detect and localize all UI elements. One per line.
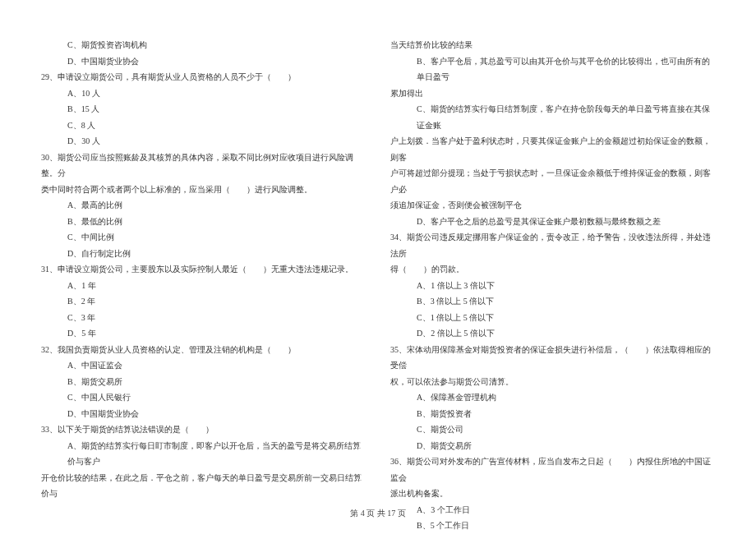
option: D、30 人 — [41, 133, 366, 150]
question-31: 31、申请设立期货公司，主要股东以及实际控制人最近（ ）无重大违法违规记录。 — [41, 261, 366, 278]
option-b-33: B、客户平仓后，其总盈亏可以由其开仓价与其平仓价的比较得出，也可由所有的单日盈亏 — [390, 53, 715, 85]
option: B、期货投资者 — [390, 406, 715, 422]
option: A、1 倍以上 3 倍以下 — [390, 278, 715, 294]
option: A、10 人 — [41, 85, 366, 102]
question-34-cont: 得（ ）的罚款。 — [390, 261, 715, 278]
question-32: 32、我国负责期货从业人员资格的认定、管理及注销的机构是（ ） — [41, 342, 366, 358]
option: C、1 倍以上 5 倍以下 — [390, 310, 715, 326]
option: B、期货交易所 — [41, 374, 366, 390]
question-30-cont: 类中同时符合两个或者两个以上标准的，应当采用（ ）进行风险调整。 — [41, 182, 366, 198]
option: D、自行制定比例 — [41, 246, 366, 262]
option-cont: 户上划拨．当客户处于盈利状态时，只要其保证金账户上的金额超过初始保证金的数额，则… — [390, 133, 715, 165]
option: D、中国期货业协会 — [41, 406, 366, 422]
left-column: C、期货投资咨询机构 D、中国期货业协会 29、申请设立期货公司，具有期货从业人… — [41, 37, 366, 497]
option-cont: 累加得出 — [390, 85, 715, 102]
question-30: 30、期货公司应当按照账龄及其核算的具体内容，采取不同比例对应收项目进行风险调整… — [41, 150, 366, 182]
option: B、最低的比例 — [41, 214, 366, 230]
option-a-33-cont: 开仓价比较的结果，在此之后．平仓之前，客户每天的单日盈亏是交易所前一交易日结算价… — [41, 470, 366, 502]
option: A、中国证监会 — [41, 357, 366, 374]
option: C、中间比例 — [41, 229, 366, 246]
option: B、3 倍以上 5 倍以下 — [390, 293, 715, 310]
option: A、保障基金管理机构 — [390, 389, 715, 406]
option: C、中国人民银行 — [41, 389, 366, 406]
option: D、2 倍以上 5 倍以下 — [390, 325, 715, 342]
question-35: 35、宋体动用保障基金对期货投资者的保证金损失进行补偿后，（ ）依法取得相应的受… — [390, 342, 715, 374]
option: C、期货投资咨询机构 — [41, 37, 366, 53]
option: A、最高的比例 — [41, 197, 366, 214]
question-36: 36、期货公司对外发布的广告宣传材料，应当自发布之日起（ ）内报住所地的中国证监… — [390, 453, 715, 486]
option-c-33: C、期货的结算实行每日结算制度，客户在持仓阶段每天的单日盈亏将直接在其保证金账 — [390, 101, 715, 133]
option: B、15 人 — [41, 101, 366, 117]
question-29: 29、申请设立期货公司，具有期货从业人员资格的人员不少于（ ） — [41, 69, 366, 85]
option: C、期货公司 — [390, 421, 715, 438]
question-33: 33、以下关于期货的结算说法错误的是（ ） — [41, 421, 366, 438]
option: B、2 年 — [41, 293, 366, 310]
option-d-33: D、客户平仓之后的总盈亏是其保证金账户最初数额与最终数额之差 — [390, 214, 715, 230]
page-content: C、期货投资咨询机构 D、中国期货业协会 29、申请设立期货公司，具有期货从业人… — [41, 37, 715, 497]
option-cont: 户可将超过部分提现；当处于亏损状态时，一旦保证金余额低于维持保证金的数额，则客户… — [390, 165, 715, 197]
question-34: 34、期货公司违反规定挪用客户保证金的，责令改正，给予警告，没收违法所得，并处违… — [390, 229, 715, 261]
option: A、1 年 — [41, 278, 366, 294]
option-a-33: A、期货的结算实行每日盯市制度，即客户以开仓后，当天的盈亏是将交易所结算价与客户 — [41, 438, 366, 470]
page-footer: 第 4 页 共 17 页 — [0, 508, 756, 519]
option: B、5 个工作日 — [390, 518, 715, 534]
question-35-cont: 权，可以依法参与期货公司清算。 — [390, 374, 715, 390]
option: C、3 年 — [41, 310, 366, 326]
right-column: 当天结算价比较的结果 B、客户平仓后，其总盈亏可以由其开仓价与其平仓价的比较得出… — [390, 37, 715, 497]
option: D、期货交易所 — [390, 438, 715, 454]
option: D、中国期货业协会 — [41, 53, 366, 70]
option: C、8 人 — [41, 117, 366, 134]
question-36-cont: 派出机构备案。 — [390, 486, 715, 502]
option: D、5 年 — [41, 325, 366, 342]
option-cont: 当天结算价比较的结果 — [390, 37, 715, 53]
option-cont: 须追加保证金，否则便会被强制平仓 — [390, 197, 715, 214]
